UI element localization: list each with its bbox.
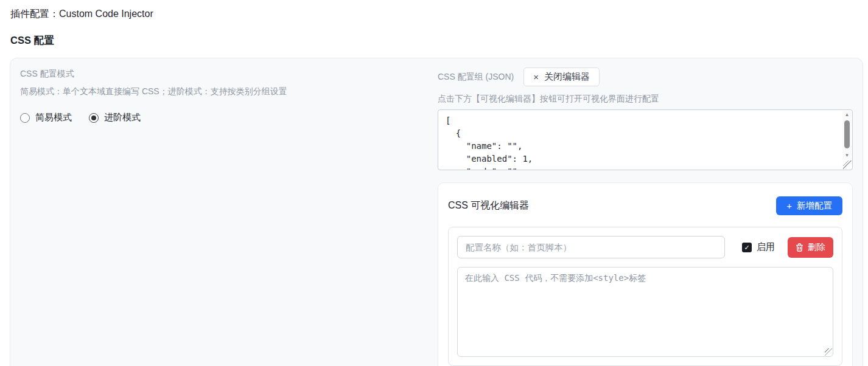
enable-label: 启用 (757, 241, 775, 253)
scrollbar-thumb[interactable] (844, 120, 850, 148)
section-heading: CSS 配置 (10, 34, 858, 47)
close-icon: × (533, 72, 539, 82)
close-editor-button[interactable]: × 关闭编辑器 (523, 67, 600, 86)
mode-label: CSS 配置模式 (20, 69, 428, 80)
json-group-label: CSS 配置组 (JSON) (438, 72, 514, 83)
scrollbar[interactable]: ▲ ▼ (842, 111, 852, 160)
mode-column: CSS 配置模式 简易模式：单个文本域直接编写 CSS；进阶模式：支持按类别分组… (20, 67, 428, 366)
json-editor-header: CSS 配置组 (JSON) × 关闭编辑器 (438, 67, 853, 86)
resize-grip-icon[interactable] (843, 161, 852, 169)
radio-checked-icon[interactable] (89, 113, 99, 123)
json-editor-hint: 点击下方【可视化编辑器】按钮可打开可视化界面进行配置 (438, 94, 853, 105)
scrollbar-track[interactable] (842, 119, 852, 151)
css-code-textarea[interactable] (457, 267, 833, 357)
json-config-textarea[interactable]: [ { "name": "", "enabled": 1, "code": ""… (438, 109, 853, 170)
trash-icon (796, 243, 803, 252)
radio-dot (91, 116, 96, 120)
radio-icon[interactable] (20, 113, 30, 123)
scroll-up-icon[interactable]: ▲ (845, 111, 850, 119)
checkbox-checked-icon[interactable]: ✓ (742, 243, 752, 252)
scroll-down-icon[interactable]: ▼ (845, 151, 850, 160)
close-editor-label: 关闭编辑器 (544, 71, 590, 83)
css-config-panel: CSS 配置模式 简易模式：单个文本域直接编写 CSS；进阶模式：支持按类别分组… (10, 58, 863, 366)
page-header: 插件配置：Custom Code Injector CSS 配置 (0, 0, 868, 47)
plus-icon: + (786, 201, 792, 211)
radio-option-simple[interactable]: 简易模式 (20, 112, 72, 123)
config-item-card: ✓ 启用 删除 (448, 227, 842, 366)
radio-label: 进阶模式 (104, 112, 141, 123)
visual-editor-card: CSS 可视化编辑器 + 新增配置 ✓ 启用 (438, 182, 853, 366)
config-name-input[interactable] (457, 236, 725, 258)
json-config-content[interactable]: [ { "name": "", "enabled": 1, "code": "" (438, 110, 852, 170)
visual-editor-header: CSS 可视化编辑器 + 新增配置 (448, 196, 842, 215)
delete-label: 删除 (808, 241, 825, 253)
visual-editor-title: CSS 可视化编辑器 (448, 199, 529, 212)
radio-option-advanced[interactable]: 进阶模式 (89, 112, 141, 123)
mode-description: 简易模式：单个文本域直接编写 CSS；进阶模式：支持按类别分组设置 (20, 86, 428, 97)
radio-label: 简易模式 (35, 112, 72, 123)
config-item-header-row: ✓ 启用 删除 (457, 236, 833, 258)
css-code-area (457, 267, 833, 357)
page-title: 插件配置：Custom Code Injector (10, 8, 858, 21)
add-config-label: 新增配置 (797, 200, 832, 212)
textarea-resize-grip-icon[interactable] (825, 348, 832, 356)
mode-radio-group: 简易模式 进阶模式 (20, 112, 428, 123)
add-config-button[interactable]: + 新增配置 (776, 196, 842, 215)
enable-toggle[interactable]: ✓ 启用 (742, 241, 775, 253)
editor-column: CSS 配置组 (JSON) × 关闭编辑器 点击下方【可视化编辑器】按钮可打开… (438, 67, 853, 366)
delete-config-button[interactable]: 删除 (788, 237, 833, 258)
